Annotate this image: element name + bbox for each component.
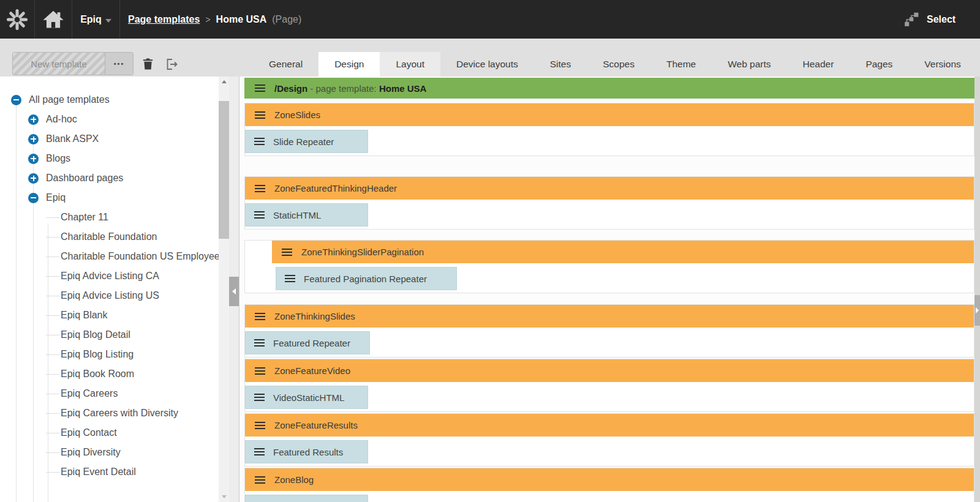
drag-handle-icon[interactable] <box>255 188 265 189</box>
tree-item-label: All page templates <box>29 94 110 105</box>
tree-item-epiq-advice-listing-us[interactable]: Epiq Advice Listing US <box>11 286 219 305</box>
zone-bar[interactable]: ZoneThinkingSlides <box>245 305 974 328</box>
expand-icon[interactable] <box>28 114 39 125</box>
tree-item-label: Charitable Foundation <box>61 231 157 242</box>
more-options-button[interactable]: ••• <box>105 53 133 75</box>
webpart-slide-repeater[interactable]: Slide Repeater <box>245 130 368 153</box>
panel-splitter[interactable] <box>229 77 239 502</box>
tree-scrollbar[interactable] <box>219 77 229 502</box>
tab-web-parts[interactable]: Web parts <box>712 52 786 77</box>
tree-item-epiq[interactable]: Epiq <box>11 188 219 208</box>
tree-item-blank-aspx[interactable]: Blank ASPX <box>11 129 219 149</box>
breadcrumb-current: Home USA <box>216 14 267 25</box>
zone-bar[interactable]: ZoneFeaturedThinkingHeader <box>245 177 974 200</box>
webpart-clipped[interactable] <box>245 495 368 502</box>
webpart-statichtml[interactable]: StaticHTML <box>245 203 368 227</box>
tree-item-charitable-foundation[interactable]: Charitable Foundation <box>11 227 219 247</box>
zone-bar[interactable]: ZoneThinkingSliderPagination <box>272 241 974 263</box>
design-header-bar[interactable]: /Design - page template: Home USA <box>244 78 974 99</box>
tab-scopes[interactable]: Scopes <box>587 52 650 77</box>
tree-item-epiq-blank[interactable]: Epiq Blank <box>11 305 219 325</box>
tree-tick <box>46 315 59 316</box>
toolbar: New template ••• General Design Layout D… <box>0 39 980 77</box>
tab-header[interactable]: Header <box>787 52 850 77</box>
zone-bar[interactable]: ZoneSlides <box>245 103 974 126</box>
drag-handle-icon[interactable] <box>254 397 265 398</box>
expand-icon[interactable] <box>28 134 39 144</box>
tree-item-epiq-careers[interactable]: Epiq Careers <box>11 384 219 403</box>
drag-handle-icon[interactable] <box>282 252 292 253</box>
webpart-featured-results[interactable]: Featured Results <box>245 440 368 463</box>
tree-tick <box>46 472 59 473</box>
tab-general[interactable]: General <box>253 52 318 77</box>
tree-item-epiq-blog-listing[interactable]: Epiq Blog Listing <box>11 345 219 364</box>
scroll-up-button[interactable] <box>219 77 229 87</box>
webpart-featured-repeater[interactable]: Featured Repeater <box>245 331 370 354</box>
arrow-left-icon <box>232 288 236 294</box>
tab-sites[interactable]: Sites <box>534 52 587 77</box>
template-tree-panel: All page templates Ad-hoc Blank ASPX Blo… <box>0 77 219 502</box>
drag-handle-icon[interactable] <box>254 342 265 343</box>
home-button[interactable] <box>35 0 72 39</box>
kentico-logo[interactable] <box>0 0 35 39</box>
drag-handle-icon[interactable] <box>254 214 265 215</box>
delete-button[interactable] <box>141 57 155 73</box>
tab-pages[interactable]: Pages <box>850 52 908 77</box>
tree-root-all-page-templates[interactable]: All page templates <box>11 90 219 110</box>
tree-item-epiq-book-room[interactable]: Epiq Book Room <box>11 364 219 384</box>
scrollbar-thumb[interactable] <box>219 101 229 239</box>
tree-item-label: Epiq Blog Detail <box>61 329 130 340</box>
tree-item-epiq-event-detail[interactable]: Epiq Event Detail <box>11 462 219 482</box>
zone-bar[interactable]: ZoneBlog <box>245 468 974 491</box>
tab-layout[interactable]: Layout <box>380 52 440 77</box>
tab-theme[interactable]: Theme <box>650 52 712 77</box>
design-canvas: /Design - page template: Home USA ZoneSl… <box>239 77 974 502</box>
arrow-down-icon <box>222 495 227 498</box>
tree-item-epiq-contact[interactable]: Epiq Contact <box>11 423 219 443</box>
webpart-videostatichtml[interactable]: VideoStaticHTML <box>245 386 368 409</box>
tree-item-charitable-foundation-us[interactable]: Charitable Foundation US Employee <box>11 247 219 266</box>
right-panel-splitter[interactable] <box>974 77 980 502</box>
tree-item-dashboard-pages[interactable]: Dashboard pages <box>11 168 219 188</box>
expand-panel-handle[interactable] <box>974 295 980 326</box>
drag-handle-icon[interactable] <box>255 114 265 116</box>
collapse-icon[interactable] <box>28 193 39 203</box>
scroll-down-button[interactable] <box>219 492 229 502</box>
tab-device-layouts[interactable]: Device layouts <box>440 52 534 77</box>
tree-item-label: Chapter 11 <box>61 212 108 223</box>
arrow-right-icon <box>976 307 979 313</box>
tree-item-epiq-diversity[interactable]: Epiq Diversity <box>11 443 219 462</box>
drag-handle-icon[interactable] <box>255 316 265 317</box>
tree-item-epiq-advice-listing-ca[interactable]: Epiq Advice Listing CA <box>11 266 219 286</box>
tree-item-epiq-careers-with-diversity[interactable]: Epiq Careers with Diversity <box>11 403 219 423</box>
expand-icon[interactable] <box>28 154 39 164</box>
export-button[interactable] <box>164 57 179 74</box>
expand-icon[interactable] <box>28 173 39 184</box>
webpart-featured-pagination-repeater[interactable]: Featured Pagination Repeater <box>276 267 457 290</box>
tree-item-chapter-11[interactable]: Chapter 11 <box>11 208 219 227</box>
collapse-icon[interactable] <box>11 95 21 105</box>
breadcrumb-parent-link[interactable]: Page templates <box>128 14 200 25</box>
drag-handle-icon[interactable] <box>255 370 265 372</box>
zone-label: ZoneFeatureVideo <box>274 365 350 376</box>
tab-versions[interactable]: Versions <box>908 52 976 77</box>
tab-design[interactable]: Design <box>318 52 380 77</box>
drag-handle-icon[interactable] <box>285 278 295 279</box>
webpart-label: VideoStaticHTML <box>273 392 344 403</box>
collapse-panel-handle[interactable] <box>229 277 239 306</box>
menu-handle-icon[interactable] <box>255 88 265 89</box>
zone-bar[interactable]: ZoneFeatureResults <box>245 414 974 436</box>
select-site-button[interactable]: Select <box>903 0 980 39</box>
drag-handle-icon[interactable] <box>255 479 265 481</box>
zone-bar[interactable]: ZoneFeatureVideo <box>245 359 974 382</box>
chevron-down-icon <box>105 19 111 23</box>
tree-item-epiq-blog-detail[interactable]: Epiq Blog Detail <box>11 325 219 345</box>
top-bar: Epiq Page templates > Home USA (Page) Se… <box>0 0 980 39</box>
app-switcher[interactable]: Epiq <box>72 0 120 39</box>
drag-handle-icon[interactable] <box>255 425 265 426</box>
drag-handle-icon[interactable] <box>254 141 265 142</box>
new-template-button[interactable]: New template <box>13 53 105 75</box>
tree-item-ad-hoc[interactable]: Ad-hoc <box>11 110 219 129</box>
tree-item-blogs[interactable]: Blogs <box>11 149 219 168</box>
drag-handle-icon[interactable] <box>254 451 265 452</box>
